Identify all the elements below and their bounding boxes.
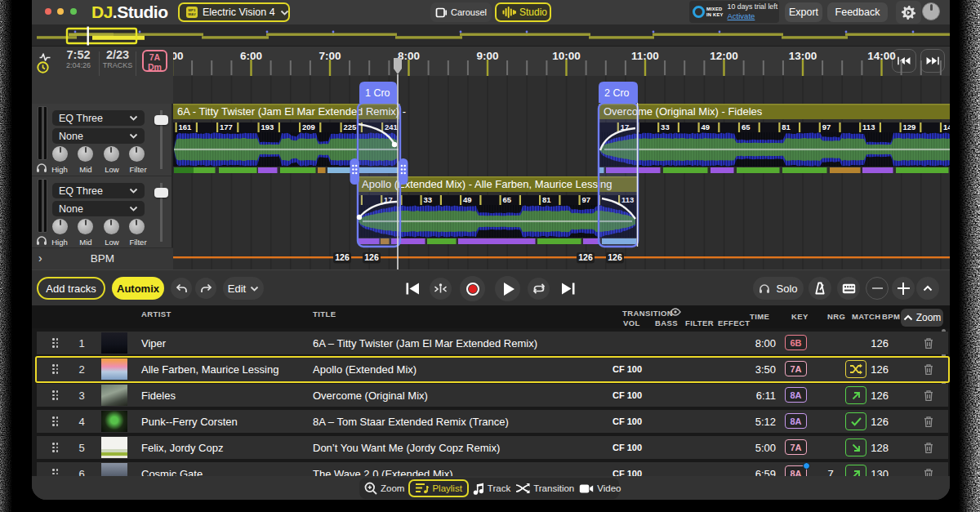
svg-text:225: 225 [344,122,358,131]
svg-text:33: 33 [661,122,670,131]
svg-text:177: 177 [220,122,233,131]
svg-text:209: 209 [302,122,315,131]
svg-text:5:00: 5:00 [173,50,184,62]
svg-text:33: 33 [424,195,433,204]
svg-text:126: 126 [578,252,593,262]
svg-text:97: 97 [582,195,591,204]
svg-text:97: 97 [822,122,831,131]
svg-text:12:00: 12:00 [710,50,738,62]
svg-text:126: 126 [608,252,622,262]
svg-text:10:00: 10:00 [552,50,581,62]
svg-text:126: 126 [335,252,350,262]
svg-text:49: 49 [702,122,710,131]
svg-text:161: 161 [179,122,193,131]
svg-text:113: 113 [862,122,875,131]
svg-text:6:00: 6:00 [240,50,262,62]
svg-text:145: 145 [943,122,950,131]
svg-text:193: 193 [261,122,274,131]
svg-text:11:00: 11:00 [631,50,659,62]
svg-text:1 Cro: 1 Cro [365,87,390,99]
svg-text:7:00: 7:00 [318,50,341,62]
svg-text:2 Cro: 2 Cro [604,87,630,99]
svg-text:126: 126 [364,252,379,262]
svg-text:49: 49 [463,195,472,204]
svg-text:65: 65 [503,195,512,204]
svg-text:129: 129 [903,122,916,131]
svg-text:65: 65 [742,122,751,131]
svg-text:81: 81 [782,122,791,131]
svg-text:81: 81 [542,195,551,204]
svg-text:14:00: 14:00 [867,50,896,62]
svg-text:9:00: 9:00 [476,50,498,62]
svg-text:13:00: 13:00 [789,50,817,62]
